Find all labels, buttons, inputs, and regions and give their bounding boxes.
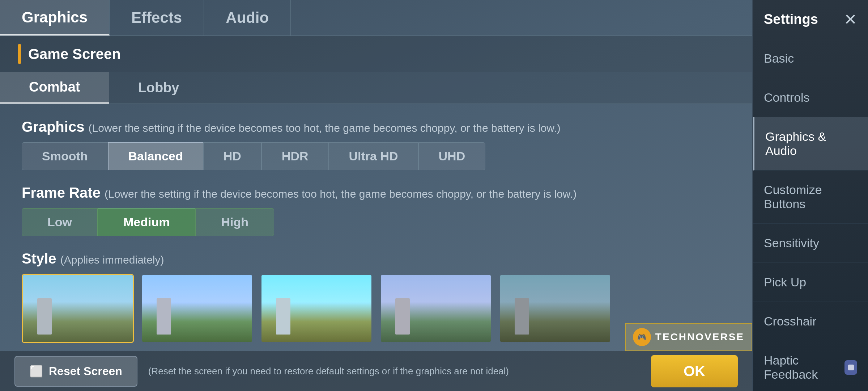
top-tabs-container: Graphics Effects Audio — [0, 0, 752, 36]
style-thumb-3[interactable] — [260, 274, 373, 343]
style-thumb-img-4 — [381, 275, 491, 342]
style-subtext: (Applies immediately) — [60, 254, 164, 266]
sidebar-item-crosshair[interactable]: Crosshair — [753, 302, 868, 341]
sidebar-item-customize-buttons[interactable]: Customize Buttons — [753, 171, 868, 224]
section-header-title: Game Screen — [28, 46, 121, 62]
sub-tabs-container: Combat Lobby — [0, 72, 752, 104]
quality-btn-hdr[interactable]: HDR — [261, 142, 329, 170]
framerate-subtext: (Lower the setting if the device becomes… — [105, 188, 576, 200]
section-header-bar — [18, 44, 21, 64]
reset-icon: ⬜ — [30, 365, 43, 378]
style-thumb-4[interactable] — [380, 274, 492, 343]
graphics-quality-section: Graphics (Lower the setting if the devic… — [22, 119, 731, 170]
quality-btn-hd[interactable]: HD — [203, 142, 261, 170]
reset-label: Reset Screen — [49, 365, 122, 378]
quality-btn-uhd[interactable]: UHD — [418, 142, 486, 170]
reset-hint: (Reset the screen if you need to restore… — [148, 366, 640, 377]
ok-button[interactable]: OK — [651, 355, 738, 387]
haptic-feedback-label: Haptic Feedback — [764, 353, 844, 382]
quality-btn-smooth[interactable]: Smooth — [22, 142, 108, 170]
reset-screen-button[interactable]: ⬜ Reset Screen — [14, 356, 137, 387]
section-header: Game Screen — [0, 36, 752, 72]
framerate-btn-high[interactable]: High — [195, 208, 274, 236]
framerate-buttons: Low Medium High — [22, 208, 731, 236]
watermark: 🎮 TECHNOVERSE — [625, 323, 752, 351]
graphics-quality-subtext: (Lower the setting if the device becomes… — [89, 122, 561, 134]
style-thumb-1[interactable] — [22, 274, 134, 343]
style-thumb-img-2 — [142, 275, 252, 342]
style-label: Style (Applies immediately) — [22, 251, 731, 267]
sidebar-item-pick-up[interactable]: Pick Up — [753, 263, 868, 302]
style-thumb-2[interactable] — [141, 274, 253, 343]
sub-tab-lobby[interactable]: Lobby — [109, 72, 208, 104]
watermark-logo: 🎮 — [633, 328, 651, 346]
close-button[interactable]: ✕ — [844, 10, 857, 29]
sidebar-item-basic[interactable]: Basic — [753, 39, 868, 78]
quality-btn-balanced[interactable]: Balanced — [108, 142, 203, 170]
sidebar-item-graphics-audio[interactable]: Graphics & Audio — [753, 117, 868, 171]
main-panel: Graphics Effects Audio Game Screen Comba… — [0, 0, 752, 391]
graphics-quality-buttons: Smooth Balanced HD HDR Ultra HD UHD — [22, 142, 731, 170]
framerate-label: Frame Rate (Lower the setting if the dev… — [22, 185, 731, 201]
sidebar-item-controls[interactable]: Controls — [753, 78, 868, 117]
style-thumb-img-3 — [261, 275, 371, 342]
style-section: Style (Applies immediately) — [22, 251, 731, 343]
tab-graphics[interactable]: Graphics — [0, 0, 110, 35]
framerate-btn-medium[interactable]: Medium — [98, 208, 195, 236]
sidebar-title: Settings — [764, 12, 818, 27]
haptic-feedback-icon — [844, 360, 857, 375]
sidebar-item-haptic-feedback[interactable]: Haptic Feedback — [753, 341, 868, 391]
graphics-quality-label: Graphics (Lower the setting if the devic… — [22, 119, 731, 135]
style-thumbnails — [22, 274, 731, 343]
bottom-bar: ⬜ Reset Screen (Reset the screen if you … — [0, 351, 752, 391]
framerate-section: Frame Rate (Lower the setting if the dev… — [22, 185, 731, 236]
style-thumb-5[interactable] — [499, 274, 611, 343]
sub-tab-combat[interactable]: Combat — [0, 72, 109, 104]
style-thumb-img-5 — [500, 275, 610, 342]
sidebar-header: Settings ✕ — [753, 0, 868, 39]
tab-effects[interactable]: Effects — [110, 0, 204, 35]
sidebar-item-sensitivity[interactable]: Sensitivity — [753, 224, 868, 263]
tab-audio[interactable]: Audio — [204, 0, 291, 35]
sidebar: Settings ✕ Basic Controls Graphics & Aud… — [752, 0, 868, 391]
svg-rect-0 — [848, 365, 854, 370]
style-thumb-img-1 — [23, 275, 133, 342]
watermark-text: TECHNOVERSE — [655, 331, 744, 343]
quality-btn-ultrahd[interactable]: Ultra HD — [329, 142, 418, 170]
framerate-btn-low[interactable]: Low — [22, 208, 98, 236]
